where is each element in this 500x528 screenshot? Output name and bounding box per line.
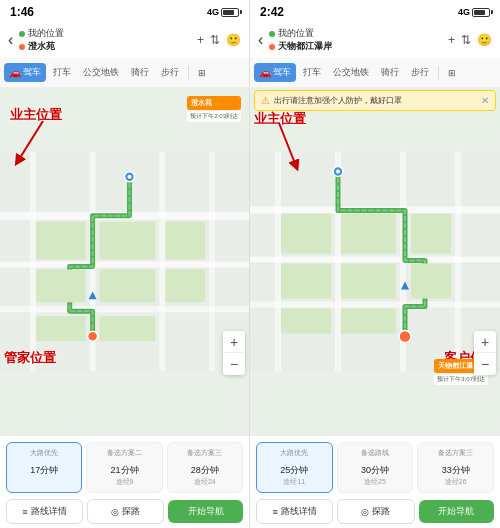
route-detail-0-right: 途经11 — [261, 477, 328, 487]
banner-text-right: 出行请注意加强个人防护，戴好口罩 — [274, 95, 402, 106]
svg-rect-30 — [281, 264, 331, 299]
route-time-0-left: 17分钟 — [11, 460, 77, 477]
tab-walk-right[interactable]: 步行 — [406, 63, 434, 82]
zoom-in-right[interactable]: + — [474, 331, 496, 353]
nav-from-right: 我的位置 — [269, 27, 442, 40]
route-detail-2-right: 途经26 — [422, 477, 489, 487]
tab-transit-right[interactable]: 公交地铁 — [328, 63, 374, 82]
route-label-2-right: 备选方案三 — [422, 448, 489, 458]
mode-tabs-left: 🚗 驾车 打车 公交地铁 骑行 步行 ⊞ — [0, 58, 249, 88]
zoom-controls-right: + − — [474, 331, 496, 375]
avatar-right[interactable]: 🙂 — [477, 33, 492, 47]
svg-rect-28 — [455, 152, 461, 372]
mode-divider-right — [438, 66, 439, 80]
nav-from-left: 我的位置 — [19, 27, 191, 40]
nav-location-right: 我的位置 天物都江瀑岸 — [269, 27, 442, 53]
tab-taxi-left[interactable]: 打车 — [48, 63, 76, 82]
tab-bike-left[interactable]: 骑行 — [126, 63, 154, 82]
route-detail-icon-right: ≡ — [273, 507, 278, 517]
zoom-out-left[interactable]: − — [223, 353, 245, 375]
zoom-out-right[interactable]: − — [474, 353, 496, 375]
svg-rect-25 — [275, 152, 281, 372]
route-card-1-left[interactable]: 备选方案二 21分钟 途经9 — [86, 442, 162, 493]
route-detail-1-left: 途经9 — [91, 477, 157, 487]
zoom-controls-left: + − — [223, 331, 245, 375]
tab-bike-right[interactable]: 骑行 — [376, 63, 404, 82]
battery-left — [221, 8, 239, 17]
bottom-actions-right: ≡ 路线详情 ◎ 探路 开始导航 — [256, 499, 494, 524]
svg-rect-7 — [209, 152, 215, 371]
svg-rect-4 — [30, 152, 36, 371]
route-card-1-right[interactable]: 备选路线 30分钟 途经25 — [337, 442, 414, 493]
svg-rect-34 — [411, 264, 451, 299]
signal-right: 4G — [458, 7, 470, 17]
to-dot-left — [19, 44, 25, 50]
map-svg-right — [250, 88, 500, 435]
route-card-2-left[interactable]: 备选方案三 28分钟 途经24 — [167, 442, 243, 493]
status-bar-left: 1:46 4G — [0, 0, 249, 22]
svg-rect-10 — [100, 222, 156, 260]
route-detail-btn-right[interactable]: ≡ 路线详情 — [256, 499, 333, 524]
to-dot-right — [269, 44, 275, 50]
from-dot-right — [269, 31, 275, 37]
tab-drive-left[interactable]: 🚗 驾车 — [4, 63, 46, 82]
explore-icon-left: ◎ — [111, 507, 119, 517]
svg-point-18 — [88, 331, 98, 341]
nav-location-left: 我的位置 澄水苑 — [19, 27, 191, 53]
tab-walk-left[interactable]: 步行 — [156, 63, 184, 82]
tab-transit-left[interactable]: 公交地铁 — [78, 63, 124, 82]
battery-fill-left — [223, 10, 234, 15]
route-card-0-right[interactable]: 大路优先 25分钟 途经11 — [256, 442, 333, 493]
svg-rect-8 — [36, 222, 86, 260]
svg-rect-9 — [36, 269, 86, 302]
battery-right — [472, 8, 490, 17]
status-icons-left: 4G — [207, 7, 239, 17]
zoom-in-left[interactable]: + — [223, 331, 245, 353]
explore-btn-right[interactable]: ◎ 探路 — [337, 499, 414, 524]
signal-left: 4G — [207, 7, 219, 17]
start-nav-btn-left[interactable]: 开始导航 — [168, 500, 243, 523]
route-detail-btn-left[interactable]: ≡ 路线详情 — [6, 499, 83, 524]
svg-rect-35 — [281, 309, 331, 334]
svg-rect-6 — [159, 152, 165, 371]
map-area-right: ⚠ 出行请注意加强个人防护，戴好口罩 ✕ — [250, 88, 500, 435]
tab-drive-right[interactable]: 🚗 驾车 — [254, 63, 296, 82]
banner-close-right[interactable]: ✕ — [481, 95, 489, 106]
svg-point-38 — [336, 170, 340, 174]
route-detail-icon-left: ≡ — [22, 507, 27, 517]
map-area-left: 业主位置 管家位置 澄水苑 预计下午2:03到达 + − — [0, 88, 249, 435]
time-right: 2:42 — [260, 5, 284, 19]
svg-rect-36 — [341, 309, 396, 334]
route-time-2-right: 33分钟 — [422, 460, 489, 477]
svg-rect-14 — [36, 316, 86, 341]
route-options-left: 大路优先 17分钟 备选方案二 21分钟 途经9 备选方案三 28分钟 — [6, 442, 243, 493]
battery-fill-right — [474, 10, 485, 15]
swap-button-right[interactable]: ⇅ — [461, 33, 471, 47]
route-card-0-left[interactable]: 大路优先 17分钟 — [6, 442, 82, 493]
route-card-2-right[interactable]: 备选方案三 33分钟 途经26 — [417, 442, 494, 493]
svg-rect-12 — [165, 222, 205, 260]
right-panel: 2:42 4G ‹ 我的位置 天物都江瀑岸 — [250, 0, 500, 528]
add-button-right[interactable]: + — [448, 33, 455, 47]
back-button-left[interactable]: ‹ — [8, 31, 13, 49]
explore-btn-left[interactable]: ◎ 探路 — [87, 499, 164, 524]
warning-icon-right: ⚠ — [261, 95, 270, 106]
avatar-left[interactable]: 🙂 — [226, 33, 241, 47]
route-label-1-left: 备选方案二 — [91, 448, 157, 458]
svg-rect-29 — [281, 214, 331, 254]
map-svg-left — [0, 88, 249, 435]
results-panel-right: 大路优先 25分钟 途经11 备选路线 30分钟 途经25 备选方案三 — [250, 435, 500, 528]
start-nav-btn-right[interactable]: 开始导航 — [419, 500, 494, 523]
left-panel: 1:46 4G ‹ 我的位置 澄水苑 + — [0, 0, 250, 528]
tab-taxi-right[interactable]: 打车 — [298, 63, 326, 82]
nav-actions-right: + ⇅ 🙂 — [448, 33, 492, 47]
tab-more-left[interactable]: ⊞ — [193, 65, 211, 81]
route-time-0-right: 25分钟 — [261, 460, 328, 477]
swap-button-left[interactable]: ⇅ — [210, 33, 220, 47]
explore-icon-right: ◎ — [361, 507, 369, 517]
route-label-0-left: 大路优先 — [11, 448, 77, 458]
tab-more-right[interactable]: ⊞ — [443, 65, 461, 81]
info-banner-right: ⚠ 出行请注意加强个人防护，戴好口罩 ✕ — [254, 90, 496, 111]
back-button-right[interactable]: ‹ — [258, 31, 263, 49]
add-button-left[interactable]: + — [197, 33, 204, 47]
